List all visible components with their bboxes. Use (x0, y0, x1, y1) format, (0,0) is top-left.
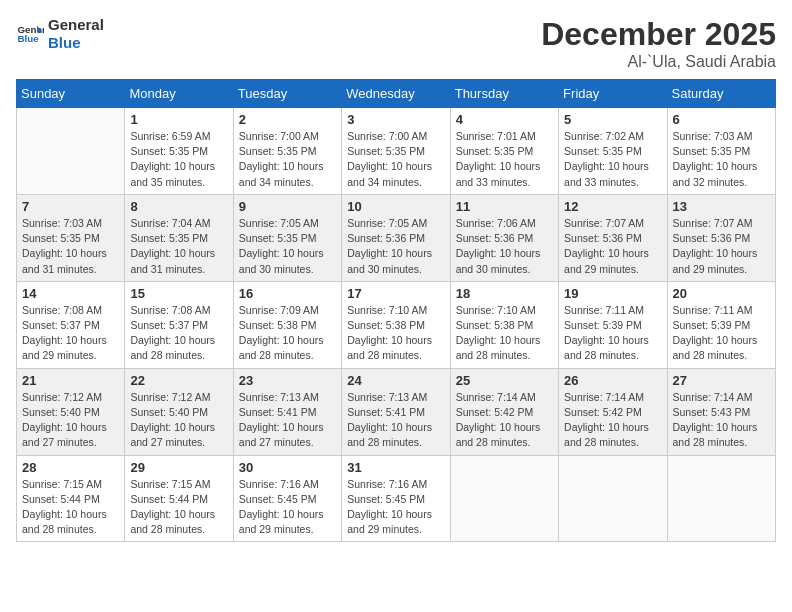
day-number: 18 (456, 286, 553, 301)
calendar-cell: 18Sunrise: 7:10 AMSunset: 5:38 PMDayligh… (450, 281, 558, 368)
day-info: Sunrise: 7:05 AMSunset: 5:35 PMDaylight:… (239, 216, 336, 277)
calendar-cell: 20Sunrise: 7:11 AMSunset: 5:39 PMDayligh… (667, 281, 775, 368)
day-info: Sunrise: 7:12 AMSunset: 5:40 PMDaylight:… (22, 390, 119, 451)
month-year-title: December 2025 (541, 16, 776, 53)
calendar-cell: 21Sunrise: 7:12 AMSunset: 5:40 PMDayligh… (17, 368, 125, 455)
day-info: Sunrise: 7:02 AMSunset: 5:35 PMDaylight:… (564, 129, 661, 190)
day-number: 3 (347, 112, 444, 127)
calendar-cell: 12Sunrise: 7:07 AMSunset: 5:36 PMDayligh… (559, 194, 667, 281)
page-header: General Blue General Blue December 2025 … (16, 16, 776, 71)
day-info: Sunrise: 7:13 AMSunset: 5:41 PMDaylight:… (239, 390, 336, 451)
calendar-cell: 13Sunrise: 7:07 AMSunset: 5:36 PMDayligh… (667, 194, 775, 281)
calendar-cell (667, 455, 775, 542)
calendar-cell: 8Sunrise: 7:04 AMSunset: 5:35 PMDaylight… (125, 194, 233, 281)
weekday-header-thursday: Thursday (450, 80, 558, 108)
weekday-header-sunday: Sunday (17, 80, 125, 108)
day-number: 7 (22, 199, 119, 214)
weekday-header-tuesday: Tuesday (233, 80, 341, 108)
day-info: Sunrise: 7:13 AMSunset: 5:41 PMDaylight:… (347, 390, 444, 451)
calendar-cell: 10Sunrise: 7:05 AMSunset: 5:36 PMDayligh… (342, 194, 450, 281)
calendar-cell: 22Sunrise: 7:12 AMSunset: 5:40 PMDayligh… (125, 368, 233, 455)
calendar-cell: 24Sunrise: 7:13 AMSunset: 5:41 PMDayligh… (342, 368, 450, 455)
day-number: 22 (130, 373, 227, 388)
calendar-week-row: 28Sunrise: 7:15 AMSunset: 5:44 PMDayligh… (17, 455, 776, 542)
day-info: Sunrise: 7:15 AMSunset: 5:44 PMDaylight:… (130, 477, 227, 538)
weekday-header-wednesday: Wednesday (342, 80, 450, 108)
logo: General Blue General Blue (16, 16, 104, 52)
day-info: Sunrise: 7:03 AMSunset: 5:35 PMDaylight:… (22, 216, 119, 277)
calendar-cell: 3Sunrise: 7:00 AMSunset: 5:35 PMDaylight… (342, 108, 450, 195)
calendar-cell: 25Sunrise: 7:14 AMSunset: 5:42 PMDayligh… (450, 368, 558, 455)
day-info: Sunrise: 7:05 AMSunset: 5:36 PMDaylight:… (347, 216, 444, 277)
day-info: Sunrise: 7:03 AMSunset: 5:35 PMDaylight:… (673, 129, 770, 190)
calendar-cell: 6Sunrise: 7:03 AMSunset: 5:35 PMDaylight… (667, 108, 775, 195)
calendar-week-row: 1Sunrise: 6:59 AMSunset: 5:35 PMDaylight… (17, 108, 776, 195)
weekday-header-saturday: Saturday (667, 80, 775, 108)
day-number: 14 (22, 286, 119, 301)
day-info: Sunrise: 7:06 AMSunset: 5:36 PMDaylight:… (456, 216, 553, 277)
day-info: Sunrise: 7:01 AMSunset: 5:35 PMDaylight:… (456, 129, 553, 190)
day-number: 26 (564, 373, 661, 388)
day-info: Sunrise: 7:14 AMSunset: 5:43 PMDaylight:… (673, 390, 770, 451)
calendar-cell: 1Sunrise: 6:59 AMSunset: 5:35 PMDaylight… (125, 108, 233, 195)
calendar-cell: 19Sunrise: 7:11 AMSunset: 5:39 PMDayligh… (559, 281, 667, 368)
day-number: 28 (22, 460, 119, 475)
calendar-cell: 30Sunrise: 7:16 AMSunset: 5:45 PMDayligh… (233, 455, 341, 542)
calendar-cell: 26Sunrise: 7:14 AMSunset: 5:42 PMDayligh… (559, 368, 667, 455)
calendar-table: SundayMondayTuesdayWednesdayThursdayFrid… (16, 79, 776, 542)
calendar-cell: 27Sunrise: 7:14 AMSunset: 5:43 PMDayligh… (667, 368, 775, 455)
day-info: Sunrise: 7:12 AMSunset: 5:40 PMDaylight:… (130, 390, 227, 451)
day-info: Sunrise: 7:10 AMSunset: 5:38 PMDaylight:… (347, 303, 444, 364)
calendar-week-row: 14Sunrise: 7:08 AMSunset: 5:37 PMDayligh… (17, 281, 776, 368)
calendar-cell (17, 108, 125, 195)
day-number: 20 (673, 286, 770, 301)
calendar-cell: 4Sunrise: 7:01 AMSunset: 5:35 PMDaylight… (450, 108, 558, 195)
calendar-week-row: 21Sunrise: 7:12 AMSunset: 5:40 PMDayligh… (17, 368, 776, 455)
day-number: 9 (239, 199, 336, 214)
day-number: 2 (239, 112, 336, 127)
day-number: 29 (130, 460, 227, 475)
day-info: Sunrise: 7:07 AMSunset: 5:36 PMDaylight:… (564, 216, 661, 277)
logo-icon: General Blue (16, 20, 44, 48)
day-number: 11 (456, 199, 553, 214)
day-number: 10 (347, 199, 444, 214)
calendar-cell: 16Sunrise: 7:09 AMSunset: 5:38 PMDayligh… (233, 281, 341, 368)
day-info: Sunrise: 7:04 AMSunset: 5:35 PMDaylight:… (130, 216, 227, 277)
calendar-cell: 17Sunrise: 7:10 AMSunset: 5:38 PMDayligh… (342, 281, 450, 368)
day-info: Sunrise: 7:00 AMSunset: 5:35 PMDaylight:… (347, 129, 444, 190)
day-info: Sunrise: 7:14 AMSunset: 5:42 PMDaylight:… (456, 390, 553, 451)
day-number: 19 (564, 286, 661, 301)
weekday-header-row: SundayMondayTuesdayWednesdayThursdayFrid… (17, 80, 776, 108)
day-info: Sunrise: 7:08 AMSunset: 5:37 PMDaylight:… (130, 303, 227, 364)
day-info: Sunrise: 7:15 AMSunset: 5:44 PMDaylight:… (22, 477, 119, 538)
day-number: 16 (239, 286, 336, 301)
day-info: Sunrise: 7:07 AMSunset: 5:36 PMDaylight:… (673, 216, 770, 277)
day-info: Sunrise: 7:14 AMSunset: 5:42 PMDaylight:… (564, 390, 661, 451)
calendar-cell: 11Sunrise: 7:06 AMSunset: 5:36 PMDayligh… (450, 194, 558, 281)
day-number: 12 (564, 199, 661, 214)
day-info: Sunrise: 7:08 AMSunset: 5:37 PMDaylight:… (22, 303, 119, 364)
weekday-header-monday: Monday (125, 80, 233, 108)
day-number: 6 (673, 112, 770, 127)
calendar-cell: 15Sunrise: 7:08 AMSunset: 5:37 PMDayligh… (125, 281, 233, 368)
calendar-week-row: 7Sunrise: 7:03 AMSunset: 5:35 PMDaylight… (17, 194, 776, 281)
calendar-cell (450, 455, 558, 542)
logo-blue: Blue (48, 34, 104, 52)
day-info: Sunrise: 7:16 AMSunset: 5:45 PMDaylight:… (347, 477, 444, 538)
svg-text:Blue: Blue (17, 33, 39, 44)
logo-text: General (48, 16, 104, 34)
day-info: Sunrise: 7:09 AMSunset: 5:38 PMDaylight:… (239, 303, 336, 364)
calendar-cell: 29Sunrise: 7:15 AMSunset: 5:44 PMDayligh… (125, 455, 233, 542)
day-number: 23 (239, 373, 336, 388)
calendar-cell: 9Sunrise: 7:05 AMSunset: 5:35 PMDaylight… (233, 194, 341, 281)
day-number: 24 (347, 373, 444, 388)
calendar-cell: 5Sunrise: 7:02 AMSunset: 5:35 PMDaylight… (559, 108, 667, 195)
day-info: Sunrise: 6:59 AMSunset: 5:35 PMDaylight:… (130, 129, 227, 190)
calendar-cell: 7Sunrise: 7:03 AMSunset: 5:35 PMDaylight… (17, 194, 125, 281)
day-number: 25 (456, 373, 553, 388)
title-block: December 2025 Al-`Ula, Saudi Arabia (541, 16, 776, 71)
calendar-cell: 2Sunrise: 7:00 AMSunset: 5:35 PMDaylight… (233, 108, 341, 195)
day-info: Sunrise: 7:11 AMSunset: 5:39 PMDaylight:… (564, 303, 661, 364)
day-number: 21 (22, 373, 119, 388)
day-number: 1 (130, 112, 227, 127)
